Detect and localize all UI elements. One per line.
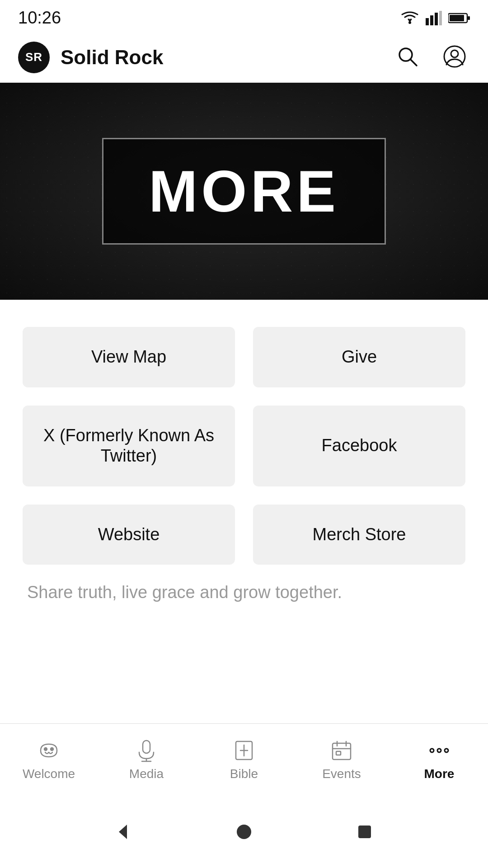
button-row-1: View Map Give bbox=[23, 327, 465, 387]
home-button[interactable] bbox=[234, 822, 254, 842]
svg-rect-7 bbox=[450, 15, 464, 21]
bottom-navigation: Welcome Media Bible Events bbox=[0, 723, 488, 796]
merch-store-button[interactable]: Merch Store bbox=[253, 505, 465, 565]
wifi-icon bbox=[400, 11, 419, 25]
svg-line-9 bbox=[410, 59, 417, 66]
bible-label: Bible bbox=[230, 767, 258, 781]
status-time: 10:26 bbox=[18, 8, 61, 28]
x-twitter-button[interactable]: X (Formerly Known As Twitter) bbox=[23, 406, 235, 486]
facebook-button[interactable]: Facebook bbox=[253, 406, 465, 486]
svg-rect-6 bbox=[468, 16, 470, 20]
svg-rect-30 bbox=[358, 826, 371, 838]
app-logo: SR bbox=[18, 42, 50, 73]
svg-point-29 bbox=[237, 825, 251, 839]
hero-title: MORE bbox=[149, 158, 339, 224]
signal-icon bbox=[426, 11, 442, 25]
battery-icon bbox=[448, 12, 470, 24]
svg-marker-28 bbox=[119, 825, 127, 839]
button-row-2: X (Formerly Known As Twitter) Facebook bbox=[23, 406, 465, 486]
nav-item-bible[interactable]: Bible bbox=[195, 734, 293, 786]
content-area: View Map Give X (Formerly Known As Twitt… bbox=[0, 300, 488, 620]
svg-rect-24 bbox=[336, 751, 341, 755]
home-icon bbox=[234, 822, 254, 842]
svg-point-12 bbox=[44, 748, 47, 750]
give-button[interactable]: Give bbox=[253, 327, 465, 387]
nav-item-events[interactable]: Events bbox=[293, 734, 390, 786]
svg-point-13 bbox=[51, 748, 53, 750]
media-icon bbox=[135, 739, 158, 762]
events-icon bbox=[330, 739, 353, 762]
website-button[interactable]: Website bbox=[23, 505, 235, 565]
more-label: More bbox=[424, 767, 455, 781]
tagline: Share truth, live grace and grow togethe… bbox=[23, 583, 465, 602]
app-title: Solid Rock bbox=[61, 46, 392, 69]
svg-point-25 bbox=[430, 749, 434, 752]
welcome-label: Welcome bbox=[23, 767, 75, 781]
hero-box: MORE bbox=[102, 138, 386, 245]
app-header: SR Solid Rock bbox=[0, 32, 488, 83]
hero-banner: MORE bbox=[0, 83, 488, 300]
media-label: Media bbox=[129, 767, 164, 781]
svg-point-0 bbox=[408, 21, 411, 24]
events-label: Events bbox=[322, 767, 361, 781]
bible-icon bbox=[232, 739, 256, 762]
svg-rect-1 bbox=[426, 18, 429, 25]
svg-point-11 bbox=[451, 50, 458, 57]
profile-icon bbox=[443, 45, 466, 68]
svg-rect-2 bbox=[430, 15, 433, 25]
back-icon bbox=[113, 822, 133, 842]
view-map-button[interactable]: View Map bbox=[23, 327, 235, 387]
recents-icon bbox=[355, 822, 375, 842]
svg-rect-20 bbox=[333, 743, 351, 760]
recents-button[interactable] bbox=[355, 822, 375, 842]
system-nav-bar bbox=[0, 796, 488, 868]
search-icon bbox=[396, 45, 419, 68]
more-icon bbox=[427, 739, 451, 762]
svg-rect-4 bbox=[439, 11, 442, 25]
svg-rect-14 bbox=[143, 741, 150, 753]
nav-item-welcome[interactable]: Welcome bbox=[0, 734, 98, 786]
button-row-3: Website Merch Store bbox=[23, 505, 465, 565]
nav-item-more[interactable]: More bbox=[390, 734, 488, 786]
search-button[interactable] bbox=[392, 41, 423, 73]
welcome-icon bbox=[37, 739, 61, 762]
header-actions bbox=[392, 41, 470, 73]
nav-item-media[interactable]: Media bbox=[98, 734, 195, 786]
status-bar: 10:26 bbox=[0, 0, 488, 32]
status-icons bbox=[400, 11, 470, 25]
back-button[interactable] bbox=[113, 822, 133, 842]
svg-point-27 bbox=[445, 749, 448, 752]
svg-point-26 bbox=[437, 749, 441, 752]
profile-button[interactable] bbox=[439, 41, 470, 73]
svg-rect-3 bbox=[435, 13, 438, 25]
